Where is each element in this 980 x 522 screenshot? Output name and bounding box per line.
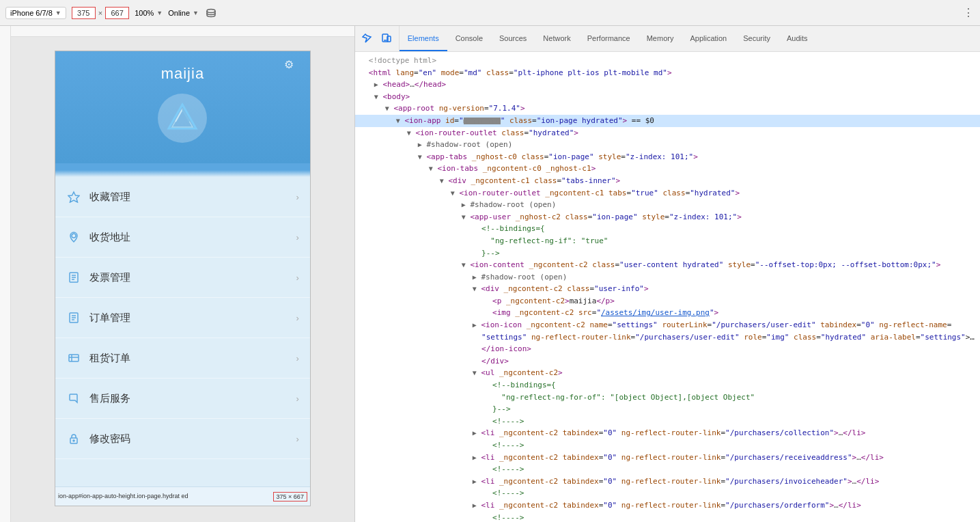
html-line: <!--bindings={ xyxy=(355,379,980,392)
tab-audits[interactable]: Audits xyxy=(779,26,816,51)
svg-marker-1 xyxy=(169,105,196,128)
html-line[interactable]: ▼ <ul _ngcontent-c2> xyxy=(355,367,980,379)
rental-icon xyxy=(66,351,81,366)
element-dimensions: 375 × 667 xyxy=(273,492,307,502)
menu-label-address: 收货地址 xyxy=(89,231,296,244)
arrow-icon-favorites: › xyxy=(296,192,299,202)
device-toggle-icon[interactable] xyxy=(378,31,395,47)
service-icon xyxy=(66,391,81,406)
width-input[interactable] xyxy=(72,7,96,19)
tab-network[interactable]: Network xyxy=(535,26,578,51)
html-line: <!doctype html> xyxy=(355,55,980,67)
html-line: }--> xyxy=(355,403,980,415)
phone-frame: ⚙ maijia xyxy=(55,51,311,506)
html-line: <!----> xyxy=(355,463,980,476)
phone-content: ⚙ maijia xyxy=(55,51,310,506)
devtools-tabs: Elements Console Sources Network Perform… xyxy=(400,26,980,51)
tab-application[interactable]: Application xyxy=(682,26,735,51)
arrow-icon-address: › xyxy=(296,232,299,243)
menu-label-favorites: 收藏管理 xyxy=(89,191,296,204)
devtools-topbar: Elements Console Sources Network Perform… xyxy=(355,26,980,52)
html-line[interactable]: ▼ <app-tabs _nghost-c0 class="ion-page" … xyxy=(355,151,980,163)
cache-icon[interactable] xyxy=(204,6,218,20)
html-line[interactable]: ▼ <div _ngcontent-c2 class="user-info"> xyxy=(355,283,980,295)
svg-rect-21 xyxy=(387,36,391,42)
zoom-label: 100% xyxy=(135,9,154,17)
menu-item-rental[interactable]: 租货订单 › xyxy=(55,338,310,379)
status-bar: ion-app#ion-app-auto-height.ion-page.hyd… xyxy=(55,486,310,506)
arrow-icon-password: › xyxy=(296,434,299,444)
arrow-icon-rental: › xyxy=(296,353,299,363)
html-line[interactable]: ▼ <ion-content _ngcontent-c2 class="user… xyxy=(355,259,980,271)
html-line[interactable]: ▼ <body> xyxy=(355,91,980,103)
connection-label: Online xyxy=(168,9,190,17)
ruler-top xyxy=(11,26,354,37)
devtools-html-content: <!doctype html> <html lang="en" mode="md… xyxy=(355,52,980,522)
connection-dropdown-icon: ▼ xyxy=(193,10,199,16)
html-line[interactable]: <img _ngcontent-c2 src="/assets/img/user… xyxy=(355,307,980,319)
invoice-icon xyxy=(66,270,81,285)
svg-point-19 xyxy=(73,440,74,441)
menu-label-rental: 租货订单 xyxy=(89,352,296,365)
favorites-icon xyxy=(66,189,81,204)
html-line: </ion-icon> xyxy=(355,343,980,355)
online-selector[interactable]: Online ▼ xyxy=(168,9,199,17)
html-line[interactable]: ▶ #shadow-root (open) xyxy=(355,271,980,284)
menu-item-service[interactable]: 售后服务 › xyxy=(55,379,310,419)
html-line[interactable]: ▼ <ion-router-outlet _ngcontent-c1 tabs=… xyxy=(355,187,980,200)
html-line[interactable]: ▶ #shadow-root (open) xyxy=(355,199,980,211)
html-line: <!----> xyxy=(355,487,980,499)
html-line: </div> xyxy=(355,355,980,368)
html-line-selected[interactable]: ▼ <ion-app id="■■■■■■■■■■" class="ion-pa… xyxy=(355,115,980,127)
menu-item-order[interactable]: 订单管理 › xyxy=(55,298,310,338)
device-panel: ⚙ maijia xyxy=(0,26,354,522)
devtools-panel: Elements Console Sources Network Perform… xyxy=(354,26,980,522)
tab-performance[interactable]: Performance xyxy=(579,26,639,51)
html-line[interactable]: ▶ <li _ngcontent-c2 tabindex="0" ng-refl… xyxy=(355,452,980,464)
arrow-icon-invoice: › xyxy=(296,273,299,283)
html-line: <!----> xyxy=(355,512,980,522)
tab-sources[interactable]: Sources xyxy=(491,26,535,51)
tab-security[interactable]: Security xyxy=(735,26,779,51)
html-line[interactable]: <html lang="en" mode="md" class="plt-iph… xyxy=(355,67,980,79)
zoom-selector[interactable]: 100% ▼ xyxy=(135,9,163,17)
html-line[interactable]: <p _ngcontent-c2>maijia</p> xyxy=(355,295,980,307)
inspect-element-icon[interactable] xyxy=(359,31,376,47)
html-line[interactable]: ▶ <head>…</head> xyxy=(355,79,980,91)
svg-rect-15 xyxy=(69,355,79,361)
order-icon xyxy=(66,310,81,325)
app-name: maijia xyxy=(161,65,204,83)
svg-point-6 xyxy=(72,234,76,238)
menu-list: 收藏管理 › 收货地址 › xyxy=(55,177,310,506)
device-dropdown-icon: ▼ xyxy=(55,10,61,16)
settings-gear-icon[interactable]: ⚙ xyxy=(284,58,299,73)
html-line[interactable]: ▶ #shadow-root (open) xyxy=(355,139,980,151)
height-input[interactable] xyxy=(105,7,129,19)
html-line[interactable]: ▼ <div _ngcontent-c1 class="tabs-inner"> xyxy=(355,175,980,187)
app-logo xyxy=(165,101,199,135)
html-line: <!--bindings={ xyxy=(355,223,980,235)
html-line[interactable]: ▶ <li _ngcontent-c2 tabindex="0" ng-refl… xyxy=(355,427,980,439)
html-line[interactable]: ▶ <li _ngcontent-c2 tabindex="0" ng-refl… xyxy=(355,499,980,512)
tab-elements[interactable]: Elements xyxy=(400,26,447,51)
menu-item-favorites[interactable]: 收藏管理 › xyxy=(55,177,310,217)
tab-console[interactable]: Console xyxy=(447,26,491,51)
device-selector[interactable]: iPhone 6/7/8 ▼ xyxy=(5,7,66,19)
svg-point-0 xyxy=(207,9,215,12)
html-line[interactable]: ▼ <app-user _nghost-c2 class="ion-page" … xyxy=(355,211,980,223)
html-line: "ng-reflect-ng-if": "true" xyxy=(355,235,980,247)
html-line[interactable]: ▼ <app-root ng-version="7.1.4"> xyxy=(355,102,980,115)
html-line: <!----> xyxy=(355,439,980,452)
html-line[interactable]: ▼ <ion-tabs _ngcontent-c0 _nghost-c1> xyxy=(355,163,980,175)
more-options-button[interactable]: ⋮ xyxy=(963,6,975,19)
menu-label-invoice: 发票管理 xyxy=(89,271,296,284)
menu-item-password[interactable]: 修改密码 › xyxy=(55,419,310,459)
tab-memory[interactable]: Memory xyxy=(639,26,682,51)
menu-label-order: 订单管理 xyxy=(89,312,296,325)
html-line[interactable]: ▶ <li _ngcontent-c2 tabindex="0" ng-refl… xyxy=(355,476,980,488)
html-line[interactable]: ▶ <ion-icon _ngcontent-c2 name="settings… xyxy=(355,319,980,331)
html-line: <!----> xyxy=(355,415,980,428)
html-line[interactable]: ▼ <ion-router-outlet class="hydrated"> xyxy=(355,127,980,139)
menu-item-invoice[interactable]: 发票管理 › xyxy=(55,258,310,298)
menu-item-address[interactable]: 收货地址 › xyxy=(55,217,310,258)
